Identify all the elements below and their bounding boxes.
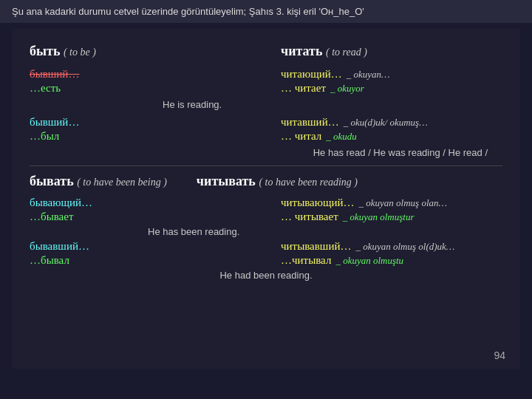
he-has-been-reading: He has been reading. <box>30 226 502 237</box>
s2-left-present: бывающий… …бывает <box>30 197 251 225</box>
header-text: Şu ana kadarki durumu cetvel üzerinde gö… <box>12 6 364 17</box>
divider <box>30 166 502 166</box>
s1-left-present: бывший… …есть <box>30 68 251 96</box>
s2-right-past: читывавший… _ okuyan olmuş ol(d)uk… …чит… <box>281 240 502 268</box>
s2-right-present: читывающий… _ okuyan olmuş olan… … читыв… <box>281 197 502 225</box>
main-content: быть ( to be ) читать ( to read ) бывший… <box>12 29 520 369</box>
he-has-read: He has read / He was reading / He read / <box>30 147 502 158</box>
section2-left-title: бывать ( to have been being ) <box>30 174 167 189</box>
s1-right-past: читавший… _ oku(d)uk/ okumuş… … читал _ … <box>281 116 502 144</box>
he-had-been-reading: He had been reading. <box>30 270 502 281</box>
he-is-reading: He is reading. <box>30 99 502 110</box>
page-number: 94 <box>494 349 505 361</box>
s2-left-past: бывавший… …бывал <box>30 240 251 268</box>
section2-right-title: читывать ( to have been reading ) <box>197 174 358 189</box>
s1-left-past: бывший… …был <box>30 116 251 144</box>
header-bar: Şu ana kadarki durumu cetvel üzerinde gö… <box>0 0 532 23</box>
s1-right-present: читающий… _ okuyan… … читает _ okuyor <box>281 68 502 96</box>
section1-right-title: читать ( to read ) <box>281 44 502 59</box>
section1-left-title: быть ( to be ) <box>30 44 251 59</box>
